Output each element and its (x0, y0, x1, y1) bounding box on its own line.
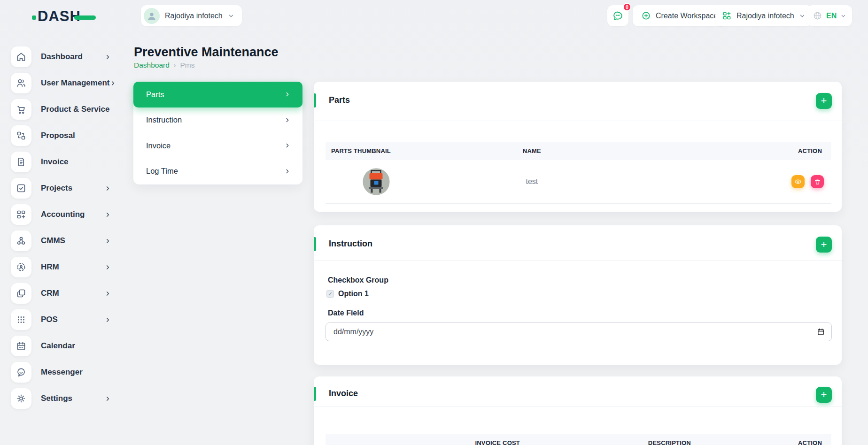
sidebar-item-product-service[interactable]: Product & Service (11, 96, 111, 123)
date-input[interactable] (326, 322, 832, 341)
pms-tab-log-time[interactable]: Log Time (133, 159, 302, 184)
option-1-label: Option 1 (338, 290, 369, 298)
parts-table-row: test (326, 160, 831, 204)
grid-plus-icon (11, 204, 31, 225)
checkbox-group-label: Checkbox Group (328, 276, 388, 284)
sidebar-item-pos[interactable]: POS (11, 307, 111, 333)
view-part-button[interactable] (791, 175, 805, 188)
breadcrumb-dashboard-link[interactable]: Dashboard (134, 61, 170, 69)
messages-badge: 0 (623, 3, 631, 11)
sidebar-item-settings[interactable]: Settings (11, 385, 111, 412)
chevron-right-icon (104, 211, 111, 218)
date-field-wrapper (326, 322, 832, 341)
sidebar-item-dashboard[interactable]: Dashboard (11, 44, 111, 70)
chevron-right-icon (284, 117, 291, 123)
pms-tab-parts[interactable]: Parts (133, 82, 302, 107)
overlap-squares-icon (11, 283, 31, 304)
breadcrumb: Dashboard › Pms (134, 61, 195, 69)
pms-tab-instruction[interactable]: Instruction (133, 107, 302, 133)
parts-table-header: PARTS THUMBNAIL NAME ACTION (326, 142, 831, 160)
pms-menu-card: Parts Instruction Invoice Log Time (133, 82, 302, 184)
sidebar-item-cmms[interactable]: CMMS (11, 228, 111, 254)
person-dashed-circle-icon (11, 257, 31, 277)
swap-grid-icon (11, 125, 31, 146)
messages-button[interactable]: 0 (607, 5, 628, 26)
plus-circle-icon (641, 11, 651, 21)
breadcrumb-separator: › (174, 61, 176, 69)
chevron-right-icon (104, 316, 111, 323)
col-action: ACTION (798, 434, 822, 445)
home-icon (11, 46, 31, 67)
globe-icon (813, 10, 822, 21)
checkbox-checked-icon[interactable]: ✓ (326, 290, 334, 298)
company-name: Rajodiya infotech (736, 12, 794, 20)
sidebar-item-accounting[interactable]: Accounting (11, 201, 111, 228)
instruction-card: Instruction + Checkbox Group ✓ Option 1 … (314, 225, 842, 365)
workspace-name: Rajodiya infotech (165, 12, 223, 20)
logo-dash (74, 15, 96, 20)
add-instruction-button[interactable]: + (816, 237, 832, 253)
breadcrumb-current: Pms (180, 61, 195, 69)
col-parts-thumbnail: PARTS THUMBNAIL (331, 142, 391, 160)
parts-table: PARTS THUMBNAIL NAME ACTION test (326, 142, 831, 204)
company-selector[interactable]: Rajodiya infotech (715, 5, 812, 26)
col-name: NAME (523, 142, 541, 160)
part-name-cell: test (526, 177, 538, 186)
language-code: EN (826, 12, 837, 20)
add-part-button[interactable]: + (816, 93, 832, 109)
chevron-right-icon (284, 168, 291, 175)
col-description: DESCRIPTION (648, 434, 691, 445)
avatar (144, 8, 160, 24)
app-window: DASH Rajodiya infotech 0 Create Workspac… (0, 0, 868, 445)
invoice-card-header: Invoice + (314, 376, 842, 407)
col-action: ACTION (798, 142, 822, 160)
option-1-checkbox-row[interactable]: ✓ Option 1 (326, 290, 369, 298)
chevron-right-icon (284, 142, 291, 149)
sidebar-item-messenger[interactable]: Messenger (11, 359, 111, 385)
sidebar-item-user-management[interactable]: User Management (11, 70, 111, 96)
chevron-right-icon (104, 238, 111, 245)
sidebar-item-hrm[interactable]: HRM (11, 254, 111, 280)
logo-dot (32, 15, 36, 20)
instruction-card-title: Instruction (329, 239, 372, 249)
cart-icon (11, 99, 31, 120)
green-accent-bar (314, 237, 316, 251)
sidebar-item-calendar[interactable]: Calendar (11, 333, 111, 359)
chevron-right-icon (104, 54, 111, 61)
divider (314, 121, 842, 121)
chat-bubble-icon (612, 10, 624, 22)
sidebar-item-crm[interactable]: CRM (11, 280, 111, 307)
users-icon (11, 73, 31, 93)
trash-icon (814, 178, 821, 185)
chevron-right-icon (284, 91, 291, 98)
divider (314, 407, 842, 407)
dots-grid-icon (11, 309, 31, 330)
chat-icon (11, 362, 31, 383)
chevron-right-icon (109, 80, 116, 87)
chevron-down-icon (228, 13, 234, 19)
green-accent-bar (314, 93, 316, 107)
page-title: Preventive Maintenance (134, 45, 279, 60)
invoice-card-title: Invoice (329, 389, 358, 399)
language-selector[interactable]: EN (807, 5, 852, 26)
create-workspace-button[interactable]: Create Workspace (633, 5, 726, 26)
chevron-right-icon (104, 395, 111, 402)
document-icon (11, 152, 31, 172)
sidebar-nav: Dashboard User Management Product & Serv… (11, 44, 111, 412)
delete-part-button[interactable] (811, 175, 824, 188)
invoice-table-header: INVOICE COST DESCRIPTION ACTION (326, 434, 831, 445)
nodes-icon (11, 230, 31, 251)
create-workspace-label: Create Workspace (656, 12, 718, 20)
add-invoice-button[interactable]: + (816, 387, 832, 403)
col-invoice-cost: INVOICE COST (475, 434, 520, 445)
chevron-right-icon (104, 290, 111, 297)
calendar-icon (11, 336, 31, 356)
invoice-table: INVOICE COST DESCRIPTION ACTION (326, 434, 831, 445)
sidebar-item-proposal[interactable]: Proposal (11, 123, 111, 149)
sidebar-item-projects[interactable]: Projects (11, 175, 111, 201)
sidebar-item-invoice[interactable]: Invoice (11, 149, 111, 175)
workspace-selector[interactable]: Rajodiya infotech (141, 5, 242, 26)
parts-card: Parts + PARTS THUMBNAIL NAME ACTION test (314, 82, 842, 212)
chevron-down-icon (840, 13, 846, 19)
pms-tab-invoice[interactable]: Invoice (133, 133, 302, 159)
